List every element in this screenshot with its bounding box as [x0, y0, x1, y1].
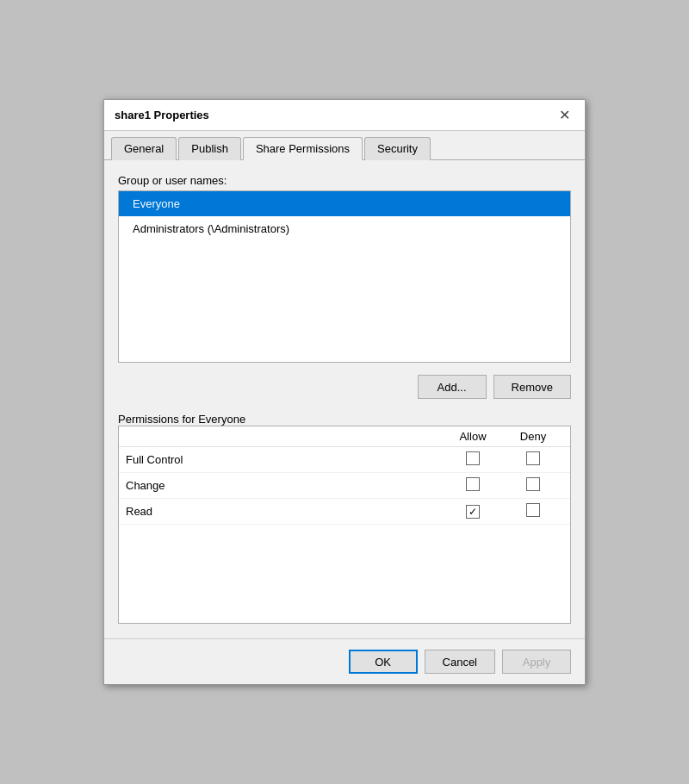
perm-row-fullcontrol: Full Control: [119, 447, 570, 473]
user-item-administrators[interactable]: Administrators (\Administrators): [119, 216, 570, 241]
tab-security[interactable]: Security: [364, 137, 431, 160]
perm-allow-read-col: [443, 505, 503, 519]
perm-allow-fullcontrol-col: [443, 451, 503, 468]
user-name-administrators: Administrators (\Administrators): [133, 222, 289, 235]
tab-publish[interactable]: Publish: [178, 137, 241, 160]
perm-deny-fullcontrol-checkbox[interactable]: [526, 451, 540, 465]
permissions-box: Allow Deny Full Control Change: [118, 426, 571, 624]
apply-button[interactable]: Apply: [502, 650, 571, 674]
perm-name-change: Change: [126, 479, 443, 492]
perm-deny-read-checkbox[interactable]: [526, 503, 540, 517]
dialog-footer: OK Cancel Apply: [104, 638, 585, 684]
perm-allow-fullcontrol-checkbox[interactable]: [466, 451, 480, 465]
tab-general[interactable]: General: [111, 137, 177, 160]
permissions-section: Permissions for Everyone Allow Deny Full…: [118, 408, 571, 624]
user-item-everyone[interactable]: Everyone: [119, 191, 570, 216]
group-section-label: Group or user names:: [118, 174, 571, 187]
close-button[interactable]: ✕: [554, 105, 574, 126]
perm-deny-change-checkbox[interactable]: [526, 477, 540, 491]
perm-deny-change-col: [503, 477, 563, 494]
tab-content: Group or user names: Everyone: [104, 160, 585, 638]
cancel-button[interactable]: Cancel: [425, 650, 495, 674]
user-name-everyone: Everyone: [133, 197, 180, 210]
perm-col-deny: Deny: [503, 430, 563, 443]
perm-name-read: Read: [126, 505, 443, 518]
perm-allow-read-checkbox[interactable]: [466, 505, 480, 519]
properties-dialog: share1 Properties ✕ General Publish Shar…: [103, 99, 586, 685]
add-button[interactable]: Add...: [418, 375, 487, 399]
perm-deny-read-col: [503, 503, 563, 520]
perm-allow-change-col: [443, 477, 503, 494]
title-bar: share1 Properties ✕: [104, 100, 585, 131]
perm-col-allow: Allow: [443, 430, 503, 443]
perm-row-change: Change: [119, 473, 570, 499]
tab-share-permissions[interactable]: Share Permissions: [243, 137, 363, 160]
user-actions: Add... Remove: [118, 375, 571, 399]
ok-button[interactable]: OK: [349, 650, 418, 674]
user-list[interactable]: Everyone Administrators (\Administrators…: [118, 190, 571, 363]
dialog-title: share1 Properties: [115, 109, 209, 121]
tab-bar: General Publish Share Permissions Securi…: [104, 131, 585, 160]
permissions-label: Permissions for Everyone: [118, 413, 571, 426]
group-section: Group or user names: Everyone: [118, 174, 571, 363]
remove-button[interactable]: Remove: [493, 375, 571, 399]
perm-deny-fullcontrol-col: [503, 451, 563, 468]
perm-row-read: Read: [119, 499, 570, 525]
perm-name-fullcontrol: Full Control: [126, 453, 443, 466]
perm-allow-change-checkbox[interactable]: [466, 477, 480, 491]
permissions-header: Allow Deny: [119, 426, 570, 447]
